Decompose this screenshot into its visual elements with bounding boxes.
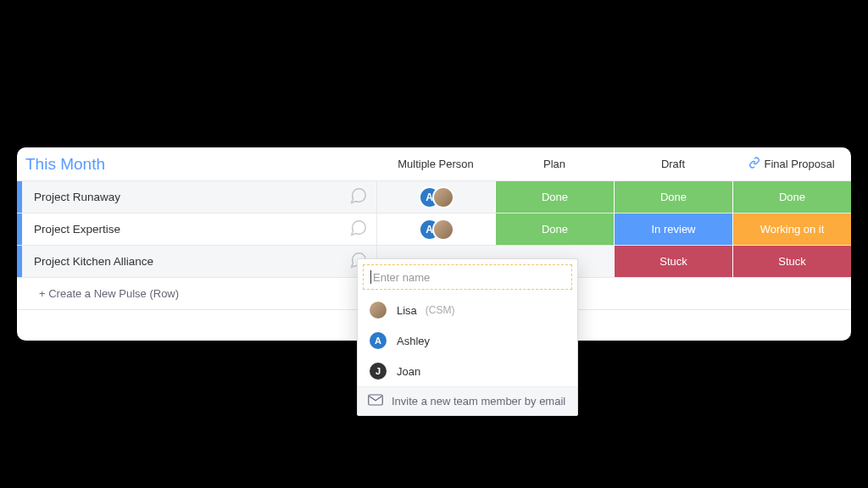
status-label: Stuck: [659, 255, 687, 268]
column-header-person[interactable]: Multiple Person: [376, 158, 495, 170]
board: This Month Multiple Person Plan Draft Fi…: [17, 147, 851, 341]
chat-icon[interactable]: [349, 186, 376, 208]
person-picker-popover: Enter name Lisa(CSM)AAshleyJJoan Invite …: [357, 258, 578, 416]
status-label: Done: [542, 191, 568, 203]
row-name-text: Project Expertise: [34, 223, 120, 236]
person-option-meta: (CSM): [426, 304, 455, 316]
table-row[interactable]: Project RunawayADoneDoneDone: [17, 181, 851, 214]
invite-by-email[interactable]: Invite a new team member by email: [358, 386, 577, 415]
invite-label: Invite a new team member by email: [392, 395, 565, 408]
header-row: This Month Multiple Person Plan Draft Fi…: [17, 147, 851, 181]
status-cell-final[interactable]: Done: [732, 181, 851, 213]
status-cell-draft[interactable]: Done: [614, 181, 732, 213]
row-name-cell[interactable]: Project Runaway: [22, 181, 376, 213]
person-search-placeholder: Enter name: [373, 271, 430, 284]
chat-icon[interactable]: [349, 219, 376, 240]
person-option-name: Ashley: [397, 335, 430, 347]
status-label: Working on it: [760, 223, 825, 236]
person-cell[interactable]: A: [376, 181, 495, 213]
status-cell-draft[interactable]: Stuck: [614, 246, 732, 277]
person-option[interactable]: AAshley: [358, 325, 577, 356]
new-row-label: + Create a New Pulse (Row): [22, 287, 179, 300]
row-name-text: Project Kitchen Alliance: [34, 255, 153, 268]
row-name-cell[interactable]: Project Kitchen Alliance: [22, 246, 376, 277]
row-name-cell[interactable]: Project Expertise: [22, 214, 376, 245]
column-header-draft[interactable]: Draft: [614, 158, 732, 170]
avatar: [432, 219, 454, 241]
group-title[interactable]: This Month: [17, 155, 376, 174]
status-cell-final[interactable]: Working on it: [732, 214, 851, 245]
row-name-text: Project Runaway: [34, 191, 120, 203]
status-cell-plan[interactable]: Done: [495, 181, 614, 213]
person-option-name: Joan: [397, 365, 420, 378]
avatar: A: [368, 330, 388, 351]
person-search-input[interactable]: Enter name: [363, 264, 572, 290]
status-label: In review: [651, 223, 695, 236]
table-row[interactable]: Project ExpertiseADoneIn reviewWorking o…: [17, 214, 851, 246]
link-icon: [748, 157, 760, 171]
svg-rect-0: [369, 395, 383, 405]
mail-icon: [368, 394, 383, 408]
status-label: Stuck: [778, 255, 806, 268]
column-header-final[interactable]: Final Proposal: [732, 157, 851, 171]
text-caret: [370, 270, 371, 284]
person-cell[interactable]: A: [376, 214, 495, 245]
column-header-final-label: Final Proposal: [764, 158, 834, 170]
person-option-name: Lisa: [397, 304, 417, 317]
column-header-plan[interactable]: Plan: [495, 158, 614, 170]
status-cell-final[interactable]: Stuck: [732, 246, 851, 277]
avatar: J: [368, 361, 388, 381]
status-cell-plan[interactable]: Done: [495, 214, 614, 245]
status-label: Done: [779, 191, 805, 203]
person-option[interactable]: Lisa(CSM): [358, 295, 577, 325]
avatar: [368, 300, 388, 320]
avatar: [432, 186, 454, 208]
status-cell-draft[interactable]: In review: [614, 214, 732, 245]
status-label: Done: [660, 191, 687, 203]
person-option[interactable]: JJoan: [358, 356, 577, 386]
status-label: Done: [542, 223, 568, 236]
